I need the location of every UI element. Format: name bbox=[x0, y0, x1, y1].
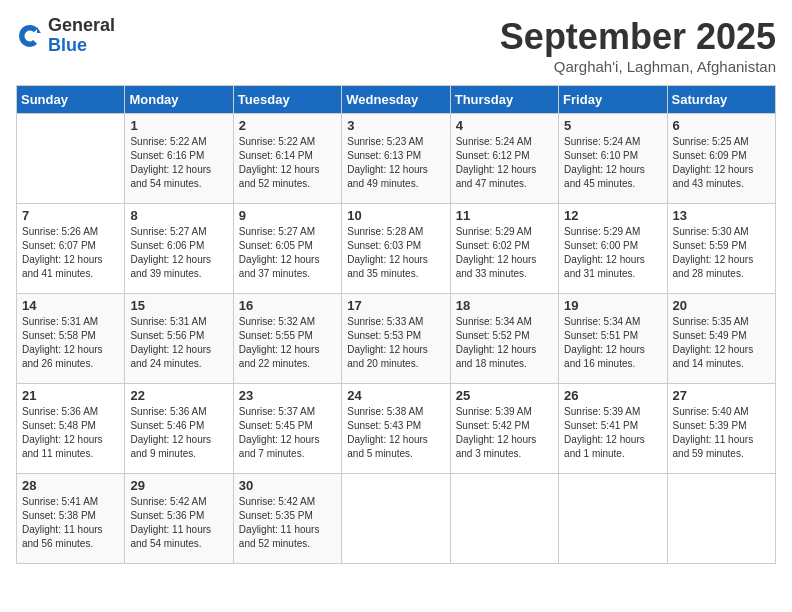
logo-text: General Blue bbox=[48, 16, 115, 56]
day-number: 12 bbox=[564, 208, 661, 223]
day-info: Sunrise: 5:40 AM Sunset: 5:39 PM Dayligh… bbox=[673, 405, 770, 461]
calendar-cell: 23Sunrise: 5:37 AM Sunset: 5:45 PM Dayli… bbox=[233, 384, 341, 474]
day-number: 17 bbox=[347, 298, 444, 313]
day-info: Sunrise: 5:42 AM Sunset: 5:36 PM Dayligh… bbox=[130, 495, 227, 551]
day-info: Sunrise: 5:22 AM Sunset: 6:14 PM Dayligh… bbox=[239, 135, 336, 191]
calendar-cell: 12Sunrise: 5:29 AM Sunset: 6:00 PM Dayli… bbox=[559, 204, 667, 294]
calendar-cell: 24Sunrise: 5:38 AM Sunset: 5:43 PM Dayli… bbox=[342, 384, 450, 474]
day-info: Sunrise: 5:41 AM Sunset: 5:38 PM Dayligh… bbox=[22, 495, 119, 551]
day-info: Sunrise: 5:31 AM Sunset: 5:58 PM Dayligh… bbox=[22, 315, 119, 371]
calendar-cell: 16Sunrise: 5:32 AM Sunset: 5:55 PM Dayli… bbox=[233, 294, 341, 384]
calendar-cell: 30Sunrise: 5:42 AM Sunset: 5:35 PM Dayli… bbox=[233, 474, 341, 564]
weekday-header-tuesday: Tuesday bbox=[233, 86, 341, 114]
day-number: 22 bbox=[130, 388, 227, 403]
calendar-cell: 29Sunrise: 5:42 AM Sunset: 5:36 PM Dayli… bbox=[125, 474, 233, 564]
day-info: Sunrise: 5:29 AM Sunset: 6:02 PM Dayligh… bbox=[456, 225, 553, 281]
day-number: 21 bbox=[22, 388, 119, 403]
day-info: Sunrise: 5:33 AM Sunset: 5:53 PM Dayligh… bbox=[347, 315, 444, 371]
day-info: Sunrise: 5:34 AM Sunset: 5:52 PM Dayligh… bbox=[456, 315, 553, 371]
day-info: Sunrise: 5:22 AM Sunset: 6:16 PM Dayligh… bbox=[130, 135, 227, 191]
day-info: Sunrise: 5:23 AM Sunset: 6:13 PM Dayligh… bbox=[347, 135, 444, 191]
day-info: Sunrise: 5:30 AM Sunset: 5:59 PM Dayligh… bbox=[673, 225, 770, 281]
logo: General Blue bbox=[16, 16, 115, 56]
calendar-cell: 9Sunrise: 5:27 AM Sunset: 6:05 PM Daylig… bbox=[233, 204, 341, 294]
weekday-header-monday: Monday bbox=[125, 86, 233, 114]
day-info: Sunrise: 5:26 AM Sunset: 6:07 PM Dayligh… bbox=[22, 225, 119, 281]
day-info: Sunrise: 5:24 AM Sunset: 6:12 PM Dayligh… bbox=[456, 135, 553, 191]
day-number: 2 bbox=[239, 118, 336, 133]
day-info: Sunrise: 5:25 AM Sunset: 6:09 PM Dayligh… bbox=[673, 135, 770, 191]
page-header: General Blue September 2025 Qarghah'i, L… bbox=[16, 16, 776, 75]
calendar-cell: 8Sunrise: 5:27 AM Sunset: 6:06 PM Daylig… bbox=[125, 204, 233, 294]
calendar-cell: 3Sunrise: 5:23 AM Sunset: 6:13 PM Daylig… bbox=[342, 114, 450, 204]
day-info: Sunrise: 5:42 AM Sunset: 5:35 PM Dayligh… bbox=[239, 495, 336, 551]
calendar-cell: 20Sunrise: 5:35 AM Sunset: 5:49 PM Dayli… bbox=[667, 294, 775, 384]
weekday-header-friday: Friday bbox=[559, 86, 667, 114]
day-number: 16 bbox=[239, 298, 336, 313]
day-number: 23 bbox=[239, 388, 336, 403]
weekday-header-thursday: Thursday bbox=[450, 86, 558, 114]
calendar-cell: 5Sunrise: 5:24 AM Sunset: 6:10 PM Daylig… bbox=[559, 114, 667, 204]
calendar-cell bbox=[559, 474, 667, 564]
logo-icon bbox=[16, 22, 44, 50]
day-number: 9 bbox=[239, 208, 336, 223]
day-number: 28 bbox=[22, 478, 119, 493]
calendar-cell: 25Sunrise: 5:39 AM Sunset: 5:42 PM Dayli… bbox=[450, 384, 558, 474]
calendar-cell: 26Sunrise: 5:39 AM Sunset: 5:41 PM Dayli… bbox=[559, 384, 667, 474]
day-info: Sunrise: 5:34 AM Sunset: 5:51 PM Dayligh… bbox=[564, 315, 661, 371]
calendar-table: SundayMondayTuesdayWednesdayThursdayFrid… bbox=[16, 85, 776, 564]
calendar-cell: 28Sunrise: 5:41 AM Sunset: 5:38 PM Dayli… bbox=[17, 474, 125, 564]
day-number: 24 bbox=[347, 388, 444, 403]
day-number: 3 bbox=[347, 118, 444, 133]
day-number: 6 bbox=[673, 118, 770, 133]
day-number: 7 bbox=[22, 208, 119, 223]
day-number: 19 bbox=[564, 298, 661, 313]
calendar-cell bbox=[450, 474, 558, 564]
day-info: Sunrise: 5:27 AM Sunset: 6:05 PM Dayligh… bbox=[239, 225, 336, 281]
day-info: Sunrise: 5:39 AM Sunset: 5:42 PM Dayligh… bbox=[456, 405, 553, 461]
day-number: 26 bbox=[564, 388, 661, 403]
calendar-cell bbox=[17, 114, 125, 204]
day-number: 15 bbox=[130, 298, 227, 313]
day-number: 1 bbox=[130, 118, 227, 133]
day-number: 30 bbox=[239, 478, 336, 493]
day-info: Sunrise: 5:28 AM Sunset: 6:03 PM Dayligh… bbox=[347, 225, 444, 281]
month-title: September 2025 bbox=[500, 16, 776, 58]
day-info: Sunrise: 5:39 AM Sunset: 5:41 PM Dayligh… bbox=[564, 405, 661, 461]
day-number: 4 bbox=[456, 118, 553, 133]
day-number: 5 bbox=[564, 118, 661, 133]
day-info: Sunrise: 5:36 AM Sunset: 5:48 PM Dayligh… bbox=[22, 405, 119, 461]
day-number: 11 bbox=[456, 208, 553, 223]
day-number: 29 bbox=[130, 478, 227, 493]
calendar-cell: 15Sunrise: 5:31 AM Sunset: 5:56 PM Dayli… bbox=[125, 294, 233, 384]
day-number: 20 bbox=[673, 298, 770, 313]
calendar-cell: 17Sunrise: 5:33 AM Sunset: 5:53 PM Dayli… bbox=[342, 294, 450, 384]
day-info: Sunrise: 5:29 AM Sunset: 6:00 PM Dayligh… bbox=[564, 225, 661, 281]
calendar-cell: 11Sunrise: 5:29 AM Sunset: 6:02 PM Dayli… bbox=[450, 204, 558, 294]
day-info: Sunrise: 5:32 AM Sunset: 5:55 PM Dayligh… bbox=[239, 315, 336, 371]
calendar-cell: 19Sunrise: 5:34 AM Sunset: 5:51 PM Dayli… bbox=[559, 294, 667, 384]
day-info: Sunrise: 5:31 AM Sunset: 5:56 PM Dayligh… bbox=[130, 315, 227, 371]
day-number: 18 bbox=[456, 298, 553, 313]
day-info: Sunrise: 5:36 AM Sunset: 5:46 PM Dayligh… bbox=[130, 405, 227, 461]
calendar-cell: 7Sunrise: 5:26 AM Sunset: 6:07 PM Daylig… bbox=[17, 204, 125, 294]
calendar-cell bbox=[342, 474, 450, 564]
calendar-cell: 10Sunrise: 5:28 AM Sunset: 6:03 PM Dayli… bbox=[342, 204, 450, 294]
day-number: 8 bbox=[130, 208, 227, 223]
weekday-header-sunday: Sunday bbox=[17, 86, 125, 114]
title-block: September 2025 Qarghah'i, Laghman, Afgha… bbox=[500, 16, 776, 75]
weekday-header-saturday: Saturday bbox=[667, 86, 775, 114]
calendar-cell: 27Sunrise: 5:40 AM Sunset: 5:39 PM Dayli… bbox=[667, 384, 775, 474]
day-number: 25 bbox=[456, 388, 553, 403]
day-info: Sunrise: 5:27 AM Sunset: 6:06 PM Dayligh… bbox=[130, 225, 227, 281]
calendar-cell: 22Sunrise: 5:36 AM Sunset: 5:46 PM Dayli… bbox=[125, 384, 233, 474]
day-info: Sunrise: 5:24 AM Sunset: 6:10 PM Dayligh… bbox=[564, 135, 661, 191]
day-number: 10 bbox=[347, 208, 444, 223]
calendar-cell: 13Sunrise: 5:30 AM Sunset: 5:59 PM Dayli… bbox=[667, 204, 775, 294]
calendar-cell: 21Sunrise: 5:36 AM Sunset: 5:48 PM Dayli… bbox=[17, 384, 125, 474]
calendar-cell: 1Sunrise: 5:22 AM Sunset: 6:16 PM Daylig… bbox=[125, 114, 233, 204]
day-number: 27 bbox=[673, 388, 770, 403]
day-info: Sunrise: 5:37 AM Sunset: 5:45 PM Dayligh… bbox=[239, 405, 336, 461]
day-number: 14 bbox=[22, 298, 119, 313]
calendar-cell: 18Sunrise: 5:34 AM Sunset: 5:52 PM Dayli… bbox=[450, 294, 558, 384]
